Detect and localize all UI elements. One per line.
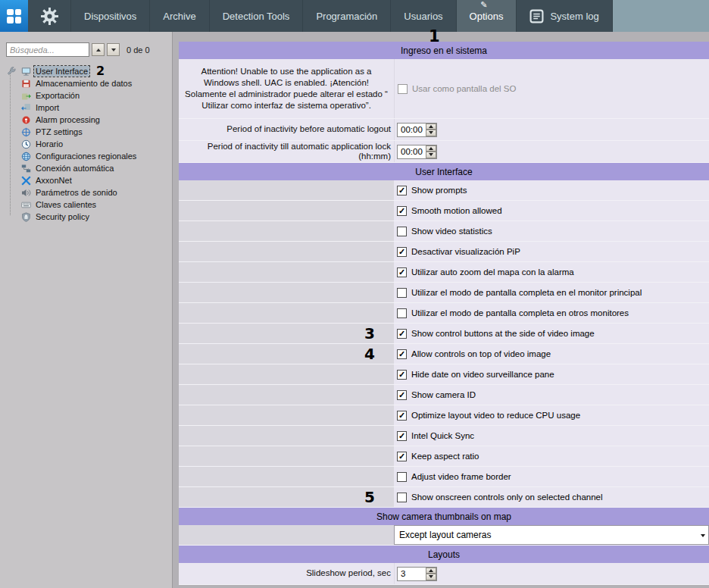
sidebar-item-security-policy[interactable]: Security policy bbox=[5, 211, 172, 223]
row-spacer: 4 bbox=[179, 344, 394, 364]
search-next-button[interactable] bbox=[107, 43, 120, 56]
checkbox-box[interactable]: ✓ bbox=[397, 411, 407, 421]
sidebar-item-alarm-processing[interactable]: Alarm processing bbox=[5, 114, 172, 126]
sidebar-item-conexion-automatica[interactable]: Conexión automática bbox=[5, 162, 172, 174]
setting-control-cell: ✓Desactivar visualización PiP bbox=[394, 242, 709, 261]
checkbox-box[interactable] bbox=[397, 288, 407, 298]
row-spacer bbox=[179, 180, 394, 200]
checkbox-optimize-layout-video-to-reduce-cpu-usage[interactable]: ✓Optimize layout video to reduce CPU usa… bbox=[397, 411, 580, 421]
sound-icon bbox=[20, 188, 31, 198]
checkbox-box[interactable]: ✓ bbox=[397, 247, 407, 257]
checkbox-box[interactable]: ✓ bbox=[397, 349, 407, 359]
checkbox-box[interactable] bbox=[397, 493, 407, 502]
setting-row-show-control-buttons-at-the-side-of-video-image: 3✓Show control buttons at the side of vi… bbox=[179, 324, 709, 344]
settings-tree: User Interface2Almacenamiento de datosEx… bbox=[0, 65, 172, 223]
setting-control-cell: ✓Smooth motion allowed bbox=[394, 201, 709, 220]
setting-control-cell: ✓Utilizar auto zoom del mapa con la alar… bbox=[394, 262, 709, 282]
checkbox-show-video-statistics[interactable]: Show video statistics bbox=[397, 227, 492, 236]
tab-detection-tools[interactable]: Detection Tools bbox=[210, 0, 304, 32]
checkbox-adjust-video-frame-border[interactable]: Adjust video frame border bbox=[397, 472, 511, 482]
checkbox-box[interactable]: ✓ bbox=[397, 431, 407, 441]
setting-control-cell: ✓Optimize layout video to reduce CPU usa… bbox=[394, 405, 709, 425]
spin-value[interactable]: 00:00 bbox=[398, 145, 426, 158]
sidebar-item-configuraciones-regionales[interactable]: Configuraciones regionales bbox=[5, 150, 172, 162]
tab-label: Detection Tools bbox=[223, 11, 290, 22]
dropdown-except-layout-cameras[interactable]: Except layout cameras bbox=[394, 525, 709, 545]
spin-value[interactable]: 00:00 bbox=[398, 124, 426, 136]
checkbox-utilizar-el-modo-de-pantalla-completa-en-el-monitor-principal[interactable]: Utilizar el modo de pantalla completa en… bbox=[397, 288, 642, 298]
sidebar-item-horario[interactable]: Horario bbox=[5, 138, 172, 150]
chevron-down-icon[interactable] bbox=[697, 526, 708, 544]
checkbox-hide-date-on-video-surveillance-pane[interactable]: ✓Hide date on video surveillance pane bbox=[397, 370, 554, 380]
spinbox-period-of-inactivity-before-automatic-logout[interactable]: 00:00 bbox=[397, 123, 437, 137]
tab-system-log[interactable]: System log bbox=[517, 0, 612, 32]
setting-row-smooth-motion-allowed: ✓Smooth motion allowed bbox=[179, 201, 709, 221]
sidebar-item-ptz-settings[interactable]: PTZ settings bbox=[5, 126, 172, 138]
checkbox-box[interactable]: ✓ bbox=[397, 186, 407, 195]
setting-control-cell: 00:00 bbox=[394, 141, 709, 162]
tab-usuarios[interactable]: Usuarios bbox=[391, 0, 456, 32]
checkbox-intel-quick-sync[interactable]: ✓Intel Quick Sync bbox=[397, 431, 474, 441]
setting-row-show-camera-id: ✓Show camera ID bbox=[179, 385, 709, 405]
checkbox-allow-controls-on-top-of-video-image[interactable]: ✓Allow controls on top of video image bbox=[397, 349, 551, 359]
spin-up-button[interactable] bbox=[426, 145, 436, 152]
sidebar-item-axxonnet[interactable]: AxxonNet bbox=[5, 174, 172, 186]
checkbox-box[interactable] bbox=[397, 227, 407, 236]
checkbox-usar-como-pantalla-del-so[interactable]: Usar como pantalla del SO bbox=[398, 84, 516, 94]
spinbox-period-of-inactivity-till-automatic-application-lock-hh-mm[interactable]: 00:00 bbox=[397, 145, 437, 159]
import-icon bbox=[20, 103, 31, 113]
checkbox-box[interactable]: ✓ bbox=[397, 370, 407, 380]
checkbox-box[interactable]: ✓ bbox=[397, 329, 407, 339]
spin-value[interactable]: 3 bbox=[398, 568, 426, 580]
settings-gear-icon[interactable] bbox=[28, 0, 71, 32]
sidebar-item-parametros-de-sonido[interactable]: Parámetros de sonido bbox=[5, 186, 172, 199]
sidebar-item-almacenamiento-de-datos[interactable]: Almacenamiento de datos bbox=[5, 77, 172, 89]
checkbox-box[interactable] bbox=[398, 84, 408, 94]
checkbox-label: Show video statistics bbox=[411, 227, 492, 236]
tab-archive[interactable]: Archive bbox=[150, 0, 209, 32]
tab-programacion[interactable]: Programación bbox=[303, 0, 391, 32]
search-previous-button[interactable] bbox=[92, 43, 105, 56]
checkbox-desactivar-visualizacion-pip[interactable]: ✓Desactivar visualización PiP bbox=[397, 247, 520, 257]
checkbox-box[interactable]: ✓ bbox=[397, 390, 407, 400]
checkbox-show-camera-id[interactable]: ✓Show camera ID bbox=[397, 390, 476, 400]
sidebar-item-exportacion[interactable]: Exportación bbox=[5, 89, 172, 102]
spinbox-slideshow-period-sec[interactable]: 3 bbox=[397, 567, 437, 581]
settings-panel: Ingreso en el sistemaAttention! Unable t… bbox=[179, 42, 709, 585]
spin-down-button[interactable] bbox=[426, 574, 436, 580]
setting-control-cell: ✓Hide date on video surveillance pane bbox=[394, 364, 709, 384]
sidebar-item-claves-calientes[interactable]: Claves calientes bbox=[5, 199, 172, 211]
checkbox-utilizar-el-modo-de-pantalla-completa-en-otros-monitores[interactable]: Utilizar el modo de pantalla completa en… bbox=[397, 308, 629, 318]
checkbox-box[interactable]: ✓ bbox=[397, 452, 407, 461]
checkbox-smooth-motion-allowed[interactable]: ✓Smooth motion allowed bbox=[397, 206, 502, 216]
monitor-icon bbox=[20, 67, 31, 77]
ptz-icon bbox=[20, 127, 31, 137]
checkbox-show-prompts[interactable]: ✓Show prompts bbox=[397, 186, 467, 195]
attention-text: Attention! Unable to use the application… bbox=[179, 59, 394, 118]
row-spacer: 3 bbox=[179, 324, 394, 343]
spin-up-button[interactable] bbox=[426, 124, 436, 130]
sidebar-item-import[interactable]: Import bbox=[5, 102, 172, 114]
setting-control-cell: Show onscreen controls only on selected … bbox=[394, 487, 709, 507]
apps-grid-button[interactable] bbox=[0, 0, 28, 32]
search-input[interactable] bbox=[6, 42, 89, 57]
tab-dispositivos[interactable]: Dispositivos bbox=[71, 0, 150, 32]
checkbox-utilizar-auto-zoom-del-mapa-con-la-alarma[interactable]: ✓Utilizar auto zoom del mapa con la alar… bbox=[397, 267, 574, 277]
spin-up-button[interactable] bbox=[426, 568, 436, 574]
checkbox-box[interactable] bbox=[397, 308, 407, 318]
checkbox-show-control-buttons-at-the-side-of-video-image[interactable]: ✓Show control buttons at the side of vid… bbox=[397, 329, 595, 339]
setting-row-period-of-inactivity-before-automatic-logout: Period of inactivity before automatic lo… bbox=[179, 119, 709, 141]
setting-row-desactivar-visualizacion-pip: ✓Desactivar visualización PiP bbox=[179, 242, 709, 262]
checkbox-show-onscreen-controls-only-on-selected-channel[interactable]: Show onscreen controls only on selected … bbox=[397, 493, 603, 502]
sidebar-item-user-interface[interactable]: User Interface2 bbox=[5, 65, 172, 77]
spin-down-button[interactable] bbox=[426, 152, 436, 158]
row-spacer bbox=[179, 364, 394, 384]
setting-row-keep-aspect-ratio: ✓Keep aspect ratio bbox=[179, 446, 709, 467]
checkbox-keep-aspect-ratio[interactable]: ✓Keep aspect ratio bbox=[397, 452, 479, 461]
checkbox-box[interactable] bbox=[397, 472, 407, 482]
checkbox-box[interactable]: ✓ bbox=[397, 206, 407, 216]
checkbox-box[interactable]: ✓ bbox=[397, 267, 407, 277]
tab-options[interactable]: ✎Options bbox=[457, 0, 517, 32]
annotation-3: 3 bbox=[364, 326, 375, 341]
spin-down-button[interactable] bbox=[426, 130, 436, 136]
